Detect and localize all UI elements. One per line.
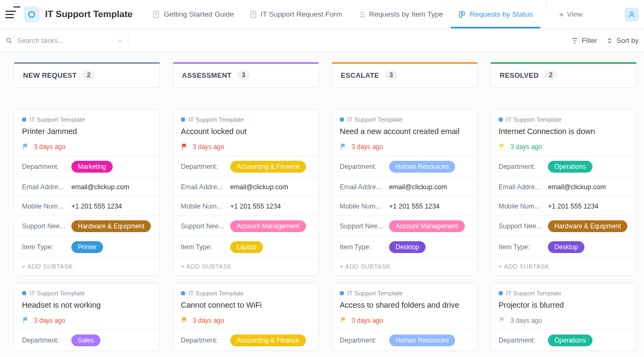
field-item-type: Item Type: Laptop: [173, 237, 318, 258]
item-type-chip[interactable]: Desktop: [389, 241, 426, 253]
tab-by-status[interactable]: Requests by Status: [451, 0, 540, 28]
add-subtask-button[interactable]: + ADD SUBTASK: [332, 258, 477, 275]
department-chip[interactable]: Operations: [548, 334, 592, 346]
field-label: Department:: [181, 163, 225, 170]
field-department: Department: Accounting & Finance: [173, 157, 318, 177]
add-subtask-button[interactable]: + ADD SUBTASK: [491, 258, 636, 275]
column-header[interactable]: NEW REQUEST 2: [14, 62, 160, 88]
task-card[interactable]: IT Support Template Cannot connect to Wi…: [173, 283, 319, 351]
breadcrumb-label: IT Support Template: [188, 290, 244, 296]
item-type-chip[interactable]: Desktop: [548, 241, 584, 253]
user-avatar[interactable]: [625, 8, 639, 21]
field-label: Email Addre...: [22, 183, 66, 191]
breadcrumb-label: IT Support Template: [30, 116, 85, 123]
task-card[interactable]: IT Support Template Access to shared fol…: [332, 283, 478, 351]
column-header[interactable]: ESCALATE 3: [332, 62, 478, 88]
column-title: ESCALATE: [341, 71, 379, 79]
task-age: 3 days ago: [352, 143, 383, 151]
filter-icon: [571, 37, 579, 44]
svg-point-5: [631, 12, 633, 14]
item-type-chip[interactable]: Printer: [71, 241, 103, 253]
task-age: 3 days ago: [34, 143, 65, 151]
field-email: Email Addre... email@clickup.com: [14, 177, 159, 197]
breadcrumb: IT Support Template: [499, 290, 628, 296]
filter-label: Filter: [582, 36, 597, 44]
email-value: email@clickup.com: [71, 183, 129, 191]
add-view-button[interactable]: + View: [552, 0, 590, 28]
column-header[interactable]: RESOLVED 2: [491, 62, 636, 88]
department-chip[interactable]: Accounting & Finance: [230, 161, 306, 173]
filter-button[interactable]: Filter: [571, 36, 597, 44]
flag-icon[interactable]: [22, 317, 30, 324]
task-title: Need a new account created email: [340, 127, 470, 136]
task-card[interactable]: IT Support Template Printer Jammed 3 day…: [14, 109, 160, 276]
sort-icon: [606, 37, 613, 44]
field-email: Email Addre... email@clickup.com: [491, 177, 636, 197]
task-age: 3 days ago: [510, 317, 542, 324]
flag-icon[interactable]: [181, 317, 188, 324]
item-type-chip[interactable]: Laptop: [230, 241, 263, 253]
field-label: Item Type:: [22, 243, 66, 251]
menu-button[interactable]: 9: [5, 11, 16, 18]
task-title: Access to shared folders and drive: [340, 301, 470, 309]
field-label: Support Nee...: [181, 222, 225, 230]
column-new: NEW REQUEST 2 IT Support Template Printe…: [14, 62, 160, 357]
tab-getting-started[interactable]: Getting Started Guide: [144, 0, 241, 28]
support-chip[interactable]: Hardware & Equipment: [548, 220, 627, 232]
breadcrumb: IT Support Template: [22, 116, 152, 123]
breadcrumb-label: IT Support Template: [506, 116, 561, 123]
flag-icon[interactable]: [499, 317, 506, 324]
field-item-type: Item Type: Printer: [14, 237, 159, 258]
workspace-icon[interactable]: [24, 6, 40, 23]
field-label: Email Addre...: [181, 183, 225, 191]
task-age: 3 days ago: [34, 317, 65, 324]
tab-request-form[interactable]: IT Support Request Form: [241, 0, 350, 28]
flag-icon[interactable]: [499, 143, 506, 151]
flag-icon[interactable]: [340, 143, 347, 151]
flag-icon[interactable]: [340, 317, 347, 324]
department-chip[interactable]: Human Resources: [389, 334, 455, 346]
task-card[interactable]: IT Support Template Need a new account c…: [332, 109, 478, 276]
breadcrumb-label: IT Support Template: [30, 290, 85, 296]
page-title: IT Support Template: [45, 9, 133, 20]
department-chip[interactable]: Operations: [548, 161, 592, 173]
task-card[interactable]: IT Support Template Projector is blurred…: [491, 283, 636, 351]
department-chip[interactable]: Human Resources: [389, 161, 455, 173]
flag-icon[interactable]: [181, 143, 188, 151]
field-label: Mobile Num...: [340, 203, 384, 210]
divider: [546, 0, 546, 12]
department-chip[interactable]: Marketing: [71, 161, 113, 173]
task-title: Printer Jammed: [22, 127, 152, 136]
column-title: RESOLVED: [500, 71, 539, 79]
task-card[interactable]: IT Support Template Account locked out 3…: [173, 109, 319, 276]
column-resolved: RESOLVED 2 IT Support Template Internet …: [491, 62, 636, 357]
task-card[interactable]: IT Support Template Internet Connection …: [491, 109, 636, 276]
department-chip[interactable]: Sales: [71, 334, 100, 346]
svg-rect-3: [459, 11, 462, 17]
field-label: Department:: [22, 337, 66, 344]
support-chip[interactable]: Account Management: [230, 220, 306, 232]
add-subtask-button[interactable]: + ADD SUBTASK: [14, 258, 159, 275]
flag-icon[interactable]: [22, 143, 30, 151]
add-subtask-button[interactable]: + ADD SUBTASK: [173, 258, 318, 275]
tab-by-item-type[interactable]: Requests by Item Type: [350, 0, 451, 28]
search-input[interactable]: [17, 36, 92, 44]
chevron-down-icon[interactable]: [117, 38, 123, 44]
status-dot-icon: [340, 291, 344, 295]
sort-button[interactable]: Sort by: [606, 36, 639, 44]
column-header[interactable]: ASSESSMENT 3: [173, 62, 319, 88]
mobile-value: +1 201 555 1234: [230, 203, 281, 210]
field-label: Item Type:: [499, 243, 543, 251]
support-chip[interactable]: Hardware & Equipment: [71, 220, 151, 232]
svg-point-6: [6, 38, 10, 42]
task-card[interactable]: IT Support Template Headset is not worki…: [14, 283, 160, 351]
search-icon: [5, 37, 13, 44]
field-label: Department:: [340, 163, 384, 170]
search-box[interactable]: [5, 36, 123, 44]
support-chip[interactable]: Account Management: [389, 220, 465, 232]
tab-label: Requests by Status: [470, 10, 533, 18]
department-chip[interactable]: Accounting & Finance: [230, 334, 306, 346]
task-age: 3 days ago: [193, 143, 224, 151]
field-email: Email Addre... email@clickup.com: [173, 177, 318, 197]
field-department: Department: Sales: [14, 330, 159, 351]
